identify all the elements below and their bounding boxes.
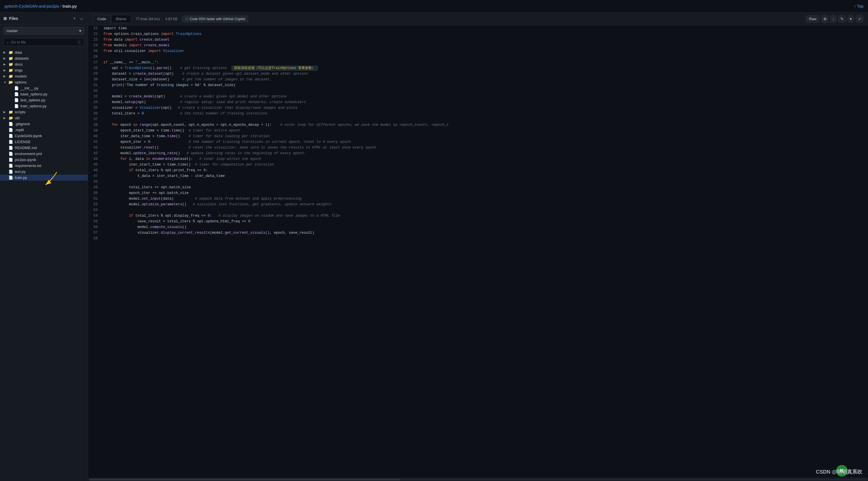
sidebar-item-base-options[interactable]: 📄 base_options.py bbox=[0, 91, 88, 97]
sidebar-item-label: docs bbox=[15, 62, 23, 66]
branch-selector[interactable]: master ▾ bbox=[3, 27, 84, 35]
table-row: 56 model.compute_visuals() bbox=[88, 224, 868, 230]
line-code: opt = TrainOptions().parse() # get train… bbox=[102, 65, 868, 71]
line-number: 28 bbox=[88, 65, 102, 71]
file-size: 4.82 KB bbox=[165, 17, 178, 21]
line-code: iter_start_time = time.time() # timer fo… bbox=[102, 162, 868, 167]
fullscreen-button[interactable]: ⤢ bbox=[856, 15, 864, 23]
sidebar-item-readme[interactable]: 📄 README.md bbox=[0, 145, 88, 151]
sidebar-item-test-options[interactable]: 📄 test_options.py bbox=[0, 97, 88, 103]
sidebar-item-license[interactable]: 📄 LICENSE bbox=[0, 139, 88, 145]
more-button[interactable]: ▾ bbox=[847, 15, 854, 23]
tab-code[interactable]: Code bbox=[93, 15, 111, 23]
tab-blame[interactable]: Blame bbox=[111, 15, 131, 23]
sidebar-item-label: __init__.py bbox=[21, 86, 38, 90]
line-code: epoch_iter += opt.batch_size bbox=[102, 190, 868, 196]
file-icon: 📄 bbox=[8, 146, 13, 150]
line-code: model.optimize_parameters() # calculate … bbox=[102, 202, 868, 207]
line-number: 58 bbox=[88, 236, 102, 242]
line-code: total_iters += opt.batch_size bbox=[102, 185, 868, 190]
sidebar-item-train-options[interactable]: 📄 train_options.py bbox=[0, 103, 88, 109]
line-number: 56 bbox=[88, 224, 102, 230]
line-number: 44 bbox=[88, 156, 102, 162]
sidebar-item-scripts[interactable]: ▶ 📁 scripts bbox=[0, 109, 88, 115]
line-number: 50 bbox=[88, 190, 102, 196]
sidebar-item-label: environment.yml bbox=[15, 152, 42, 156]
line-code: iter_data_time = time.time() # timer for… bbox=[102, 133, 868, 139]
sidebar-item-pix2pix-ipynb[interactable]: 📄 pix2pix.ipynb bbox=[0, 157, 88, 163]
sidebar-item-label: models bbox=[15, 74, 27, 78]
line-code bbox=[102, 54, 868, 60]
file-tree: ▶ 📁 data ▶ 📁 datasets ▶ 📁 docs ▶ 📁 imgs … bbox=[0, 48, 88, 481]
chevron-right-icon: ▶ bbox=[3, 62, 7, 66]
copilot-badge[interactable]: ⬡ Code 55% faster with GitHub Copilot bbox=[182, 15, 248, 23]
sidebar-item-environment[interactable]: 📄 environment.yml bbox=[0, 151, 88, 157]
copilot-fab-button[interactable]: K bbox=[836, 465, 847, 477]
chevron-right-icon: ▶ bbox=[3, 57, 7, 60]
sidebar-item-label: CycleGAN.ipynb bbox=[15, 134, 42, 138]
sidebar-item-cycleGAN-ipynb[interactable]: 📄 CycleGAN.ipynb bbox=[0, 133, 88, 139]
breadcrumb-repo[interactable]: pytorch-CycleGAN-and-pix2pix bbox=[4, 4, 59, 8]
raw-button[interactable]: Raw bbox=[806, 15, 819, 23]
sidebar-item-data[interactable]: ▶ 📁 data bbox=[0, 50, 88, 55]
line-number: 32 bbox=[88, 88, 102, 94]
sidebar-item-options[interactable]: ▼ 📂 options bbox=[0, 79, 88, 85]
table-row: 29 dataset = create_dataset(opt) # creat… bbox=[88, 71, 868, 77]
table-row: 37 bbox=[88, 117, 868, 122]
table-row: 48 bbox=[88, 179, 868, 185]
sidebar-item-init[interactable]: 📄 __init__.py bbox=[0, 85, 88, 91]
search-files-button[interactable]: ⌕ bbox=[79, 15, 84, 22]
download-button[interactable]: ↓ bbox=[830, 15, 837, 23]
table-row: 52 model.optimize_parameters() # calcula… bbox=[88, 202, 868, 207]
line-code: visualizer.reset() # reset the visualize… bbox=[102, 145, 868, 151]
table-row: 45 iter_start_time = time.time() # timer… bbox=[88, 162, 868, 167]
sidebar-item-test-py[interactable]: 📄 test.py bbox=[0, 169, 88, 174]
table-row: 35 visualizer = Visualizer(opt) # create… bbox=[88, 105, 868, 111]
line-code bbox=[102, 207, 868, 213]
sidebar-item-label: imgs bbox=[15, 68, 23, 72]
scroll-thumb[interactable] bbox=[89, 479, 400, 480]
sidebar-item-label: train_options.py bbox=[21, 104, 46, 108]
file-header: Code Blame 77 lines (64 loc) · 4.82 KB ⬡… bbox=[88, 12, 868, 26]
sidebar-item-gitignore[interactable]: 📄 .gitignore bbox=[0, 121, 88, 127]
folder-icon: 📁 bbox=[8, 50, 13, 55]
sidebar-item-models[interactable]: ▶ 📁 models bbox=[0, 73, 88, 79]
sidebar-item-replit[interactable]: 📄 .replit bbox=[0, 127, 88, 133]
folder-icon: 📁 bbox=[8, 110, 13, 114]
chevron-right-icon: ▶ bbox=[3, 68, 7, 72]
table-row: 30 dataset_size = len(dataset) # get the… bbox=[88, 77, 868, 82]
edit-button[interactable]: ✎ bbox=[838, 15, 846, 23]
table-row: 43 model.update_learning_rate() # update… bbox=[88, 151, 868, 156]
top-link[interactable]: ↑ Top bbox=[854, 4, 864, 8]
table-row: 21import time bbox=[88, 26, 868, 31]
table-row: 40 iter_data_time = time.time() # timer … bbox=[88, 133, 868, 139]
sidebar-item-train-py[interactable]: 📄 train.py bbox=[0, 174, 88, 181]
sidebar-item-label: data bbox=[15, 50, 22, 55]
sidebar-item-requirements[interactable]: 📄 requirements.txt bbox=[0, 163, 88, 169]
copy-button[interactable]: ⧉ bbox=[822, 15, 829, 23]
sidebar-item-label: base_options.py bbox=[21, 92, 48, 96]
table-row: 24from models import create_model bbox=[88, 42, 868, 48]
sidebar-item-util[interactable]: ▶ 📁 util bbox=[0, 115, 88, 121]
sidebar-item-datasets[interactable]: ▶ 📁 datasets bbox=[0, 55, 88, 61]
line-code: from data import create_dataset bbox=[102, 37, 868, 42]
folder-icon: 📁 bbox=[8, 68, 13, 72]
table-row: 38 for epoch in range(opt.epoch_count, o… bbox=[88, 122, 868, 128]
line-code: model.update_learning_rate() # update le… bbox=[102, 151, 868, 156]
line-code: import time bbox=[102, 26, 868, 31]
table-row: 41 epoch_iter = 0 # the number of traini… bbox=[88, 139, 868, 145]
table-row: 25from util.visualizer import Visualizer bbox=[88, 48, 868, 54]
search-input[interactable] bbox=[11, 40, 75, 44]
code-container[interactable]: 21import time22from options.train_option… bbox=[88, 26, 868, 478]
sidebar-item-docs[interactable]: ▶ 📁 docs bbox=[0, 61, 88, 67]
line-code: save_result = total_iters % opt.update_h… bbox=[102, 219, 868, 224]
add-file-button[interactable]: + bbox=[72, 15, 77, 22]
line-code: dataset = create_dataset(opt) # create a… bbox=[102, 71, 868, 77]
table-row: 51 model.set_input(data) # unpack data f… bbox=[88, 196, 868, 202]
table-row: 49 total_iters += opt.batch_size bbox=[88, 185, 868, 190]
folder-open-icon: 📂 bbox=[8, 80, 13, 84]
file-icon: 📄 bbox=[8, 169, 13, 174]
horizontal-scrollbar[interactable] bbox=[88, 478, 868, 481]
line-number: 33 bbox=[88, 94, 102, 99]
sidebar-item-imgs[interactable]: ▶ 📁 imgs bbox=[0, 67, 88, 73]
